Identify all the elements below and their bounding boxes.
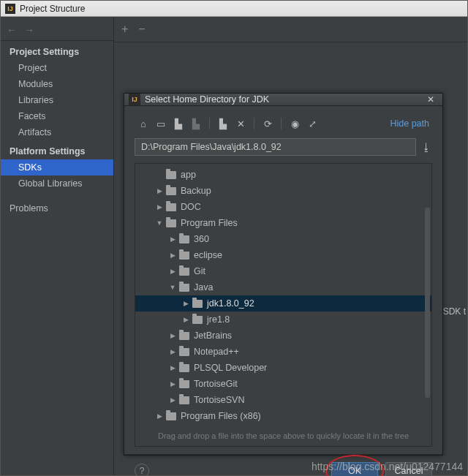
- sidebar: ← → Project Settings Project Modules Lib…: [1, 17, 114, 475]
- tree-row[interactable]: ▶Program Files (x86): [135, 408, 431, 424]
- tree-row[interactable]: ▶Git: [135, 263, 431, 279]
- tree-row-label: Java: [194, 282, 213, 292]
- tree-row[interactable]: ▼Java: [135, 279, 431, 295]
- folder-icon: [179, 380, 189, 388]
- chevron-down-icon[interactable]: ▼: [169, 284, 176, 291]
- delete-icon[interactable]: ✕: [235, 118, 246, 129]
- select-jdk-dialog: IJ Select Home Directory for JDK ✕ ⌂ ▭ ▙…: [124, 93, 443, 456]
- tree-row[interactable]: ▶TortoiseGit: [135, 376, 431, 392]
- close-icon[interactable]: ✕: [423, 94, 438, 105]
- folder-icon: [192, 316, 203, 324]
- chevron-right-icon[interactable]: ▶: [169, 235, 176, 243]
- main-titlebar: IJ Project Structure: [1, 1, 467, 17]
- sidebar-item-project[interactable]: Project: [1, 60, 113, 76]
- dialog-toolbar: ⌂ ▭ ▙ ▙ ▙ ✕ ⟳ ◉ ⤢ Hide path: [135, 113, 432, 134]
- home-icon[interactable]: ⌂: [137, 118, 149, 129]
- chevron-right-icon[interactable]: ▶: [169, 252, 176, 259]
- file-tree: app▶Backup▶DOC▼Program Files▶360▶eclipse…: [135, 163, 432, 447]
- folder-icon: [166, 412, 176, 420]
- tree-row-label: Git: [194, 266, 205, 276]
- module-icon: ▙: [190, 118, 202, 129]
- section-platform-settings: Platform Settings: [1, 140, 113, 159]
- tree-row-label: app: [181, 170, 196, 180]
- folder-icon: [179, 364, 189, 372]
- tree-row[interactable]: ▶eclipse: [135, 247, 431, 263]
- separator: [209, 118, 210, 129]
- tree-row-label: JetBrains: [194, 330, 232, 341]
- sdk-hint-label: SDK t: [443, 306, 466, 317]
- chevron-right-icon[interactable]: ▶: [169, 332, 176, 339]
- tree-row[interactable]: ▶360: [135, 231, 431, 247]
- tree-row[interactable]: ▶TortoiseSVN: [135, 392, 431, 408]
- tree-row[interactable]: ▶Notepad++: [135, 344, 431, 360]
- sidebar-item-problems[interactable]: Problems: [1, 200, 113, 216]
- tree-hint: Drag and drop a file into the space abov…: [135, 427, 431, 446]
- nav-history: ← →: [1, 20, 113, 41]
- folder-icon: [179, 235, 189, 243]
- new-folder-icon[interactable]: ▙: [217, 118, 229, 129]
- tree-row-label: 360: [194, 234, 209, 244]
- tree-row-label: jre1.8: [207, 314, 230, 325]
- project-icon[interactable]: ▙: [173, 118, 184, 129]
- folder-icon: [179, 332, 189, 340]
- tree-row[interactable]: ▶jre1.8: [135, 311, 431, 328]
- dialog-title: Select Home Directory for JDK: [145, 94, 423, 105]
- forward-icon[interactable]: →: [24, 24, 34, 36]
- chevron-right-icon[interactable]: ▶: [169, 348, 176, 355]
- chevron-right-icon[interactable]: ▶: [169, 364, 176, 371]
- refresh-icon[interactable]: ⟳: [262, 118, 273, 129]
- chevron-right-icon[interactable]: ▶: [182, 316, 189, 323]
- add-icon[interactable]: +: [121, 23, 128, 36]
- back-icon[interactable]: ←: [7, 24, 17, 36]
- folder-icon: [179, 396, 189, 404]
- chevron-right-icon[interactable]: ▶: [182, 300, 189, 307]
- folder-icon: [179, 268, 189, 276]
- tree-row-label: Program Files (x86): [181, 411, 261, 421]
- chevron-right-icon[interactable]: ▶: [169, 268, 176, 275]
- tree-row[interactable]: ▼Program Files: [135, 215, 431, 231]
- sidebar-item-artifacts[interactable]: Artifacts: [1, 124, 113, 140]
- show-hidden-icon[interactable]: ◉: [289, 118, 301, 129]
- tree-row[interactable]: ▶PLSQL Developer: [135, 360, 431, 376]
- tree-row[interactable]: ▶JetBrains: [135, 328, 431, 344]
- folder-icon: [192, 300, 203, 308]
- folder-icon: [179, 252, 189, 260]
- tree-row[interactable]: ▶Backup: [135, 183, 431, 199]
- expand-icon[interactable]: ⤢: [306, 118, 318, 129]
- chevron-down-icon[interactable]: ▼: [156, 219, 163, 227]
- chevron-right-icon[interactable]: ▶: [169, 380, 176, 388]
- download-icon[interactable]: ⭳: [420, 141, 432, 153]
- tree-row-label: DOC: [181, 202, 201, 212]
- chevron-right-icon[interactable]: ▶: [169, 396, 176, 404]
- tree-row-label: Notepad++: [194, 347, 239, 357]
- path-input[interactable]: [135, 138, 416, 156]
- content-toolbar: + −: [114, 17, 467, 42]
- tree-row-label: jdk1.8.0_92: [207, 298, 254, 309]
- dialog-titlebar[interactable]: IJ Select Home Directory for JDK ✕: [124, 94, 442, 106]
- tree-row-label: Program Files: [181, 218, 238, 228]
- chevron-right-icon[interactable]: ▶: [156, 187, 163, 194]
- tree-row-label: Backup: [181, 186, 211, 196]
- sidebar-item-facets[interactable]: Facets: [1, 108, 113, 124]
- tree-row[interactable]: ▶DOC: [135, 199, 431, 215]
- tree-scroll[interactable]: app▶Backup▶DOC▼Program Files▶360▶eclipse…: [135, 164, 431, 427]
- vertical-scrollbar[interactable]: [425, 208, 430, 398]
- tree-row[interactable]: app: [135, 167, 431, 183]
- tree-row-label: PLSQL Developer: [194, 363, 267, 373]
- folder-icon: [166, 171, 176, 179]
- path-row: ⭳: [135, 138, 432, 156]
- sidebar-item-modules[interactable]: Modules: [1, 76, 113, 92]
- remove-icon[interactable]: −: [138, 23, 145, 36]
- sidebar-item-sdks[interactable]: SDKs: [1, 159, 113, 175]
- hide-path-link[interactable]: Hide path: [390, 118, 429, 129]
- desktop-icon[interactable]: ▭: [155, 118, 167, 129]
- tree-row[interactable]: ▶jdk1.8.0_92: [135, 295, 431, 311]
- chevron-right-icon[interactable]: ▶: [156, 203, 163, 211]
- help-icon[interactable]: ?: [135, 464, 149, 476]
- section-project-settings: Project Settings: [1, 41, 113, 60]
- app-icon: IJ: [5, 4, 15, 14]
- chevron-right-icon[interactable]: ▶: [156, 412, 163, 420]
- sidebar-item-libraries[interactable]: Libraries: [1, 92, 113, 108]
- sidebar-item-global-libraries[interactable]: Global Libraries: [1, 175, 113, 192]
- tree-row-label: TortoiseGit: [194, 379, 238, 389]
